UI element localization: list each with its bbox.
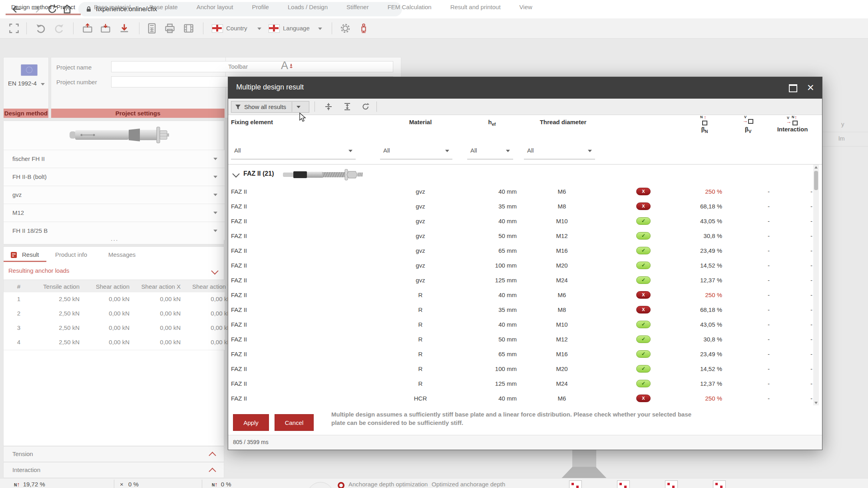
result-row[interactable]: FAZ IIR125 mmM24✓12,37 %-- bbox=[228, 377, 822, 392]
nav-tab-base-material[interactable]: Base material bbox=[94, 0, 131, 15]
open-project-icon[interactable] bbox=[82, 23, 93, 34]
optimized-depth-label[interactable]: Optimized anchorage depth bbox=[432, 481, 505, 488]
mini-table-icon[interactable] bbox=[665, 480, 678, 488]
redo-icon[interactable] bbox=[54, 23, 65, 34]
scroll-up-icon[interactable] bbox=[814, 166, 818, 169]
nav-tab-profile[interactable]: Profile bbox=[252, 0, 269, 15]
result-row[interactable]: FAZ IIgvz35 mmM8X68,18 %-- bbox=[228, 199, 822, 214]
maximize-icon[interactable] bbox=[789, 84, 797, 92]
nav-tab-stiffener[interactable]: Stiffener bbox=[346, 0, 369, 15]
result-row[interactable]: FAZ IIgvz125 mmM24✓12,37 %-- bbox=[228, 273, 822, 288]
cell-thread: M8 bbox=[538, 306, 586, 313]
project-name-input[interactable] bbox=[111, 61, 393, 72]
tab-messages[interactable]: Messages bbox=[108, 251, 135, 258]
undo-icon[interactable] bbox=[35, 23, 46, 34]
status-item: N↑0 % bbox=[212, 481, 231, 488]
result-row[interactable]: FAZ IIR40 mmM6X250 %-- bbox=[228, 288, 822, 303]
design-code-select[interactable]: EN 1992-4 bbox=[4, 80, 49, 87]
result-row[interactable]: FAZ IIR65 mmM16✓23,49 %-- bbox=[228, 347, 822, 362]
close-icon[interactable]: × bbox=[807, 80, 814, 95]
section-interaction[interactable]: Interaction bbox=[3, 462, 224, 478]
cell-beta-n: 14,52 % bbox=[674, 262, 722, 269]
result-row[interactable]: FAZ IIgvz65 mmM16✓23,49 %-- bbox=[228, 244, 822, 259]
cell-fixing-element: FAZ II bbox=[231, 292, 247, 298]
cell-hef: 65 mm bbox=[469, 247, 517, 254]
tab-result[interactable]: Result bbox=[22, 251, 39, 258]
gear-icon[interactable] bbox=[340, 23, 351, 34]
section-tension[interactable]: Tension bbox=[3, 446, 224, 462]
cell-beta-n: 12,37 % bbox=[674, 277, 722, 284]
product-select-fh-ii-b-bolt[interactable]: FH II-B (bolt) bbox=[4, 168, 225, 186]
mini-table-icon[interactable] bbox=[617, 480, 630, 488]
cell-material: gvz bbox=[388, 232, 452, 239]
cell-thread: M8 bbox=[538, 203, 586, 210]
more-handle[interactable]: ... bbox=[111, 235, 118, 242]
design-method-card: EN 1992-4 Design method bbox=[3, 57, 49, 118]
calculator-icon[interactable] bbox=[146, 23, 157, 34]
filter-value: All bbox=[383, 147, 390, 154]
result-row[interactable]: FAZ IIgvz100 mmM20✓14,52 %-- bbox=[228, 258, 822, 274]
nav-tab-view[interactable]: View bbox=[520, 0, 532, 15]
nav-tab-loads-design[interactable]: Loads / Design bbox=[288, 0, 328, 15]
product-select-gvz[interactable]: gvz bbox=[4, 186, 225, 204]
pass-icon: ✓ bbox=[636, 217, 651, 225]
dialog-toolbar: Show all results bbox=[228, 99, 822, 115]
filter-select-1[interactable]: All bbox=[380, 143, 452, 159]
nav-tab-anchor-layout[interactable]: Anchor layout bbox=[197, 0, 233, 15]
scrollbar-thumb[interactable] bbox=[814, 171, 818, 190]
beta-n-icon: N↑ bbox=[699, 115, 711, 125]
text-tool-icon[interactable]: A bbox=[281, 60, 294, 72]
anchor-user-icon[interactable] bbox=[358, 23, 369, 34]
group-row-faz-ii[interactable]: FAZ II (21) bbox=[228, 165, 822, 185]
nav-tab-design-method-project[interactable]: Design method / Project bbox=[11, 0, 75, 15]
expand-rows-icon[interactable] bbox=[343, 103, 352, 111]
cancel-button[interactable]: Cancel bbox=[275, 414, 314, 431]
scrollbar[interactable] bbox=[813, 165, 819, 406]
cell-fixing-element: FAZ II bbox=[231, 262, 247, 269]
product-select-fischer-fh-ii[interactable]: fischer FH II bbox=[4, 150, 225, 168]
result-row[interactable]: FAZ IIgvz40 mmM6X250 %-- bbox=[228, 184, 822, 200]
interaction-icon: VN↑→ bbox=[787, 115, 799, 125]
cell-thread: M16 bbox=[538, 247, 586, 254]
result-row[interactable]: FAZ IIR100 mmM20✓14,52 %-- bbox=[228, 362, 822, 377]
show-all-results-button[interactable]: Show all results bbox=[231, 101, 309, 113]
download-icon[interactable] bbox=[119, 23, 130, 34]
result-row[interactable]: FAZ IIR50 mmM12✓30,8 %-- bbox=[228, 332, 822, 347]
col-beta-n: βN bbox=[693, 126, 717, 134]
result-row[interactable]: FAZ IIHCR40 mmM6X250 %-- bbox=[228, 391, 822, 406]
filter-select-3[interactable]: All bbox=[524, 143, 595, 159]
divider bbox=[114, 480, 114, 488]
table-row: 32,50 kN0,00 kN0,00 kN0,00 kN bbox=[4, 321, 225, 336]
apply-button[interactable]: Apply bbox=[233, 414, 269, 431]
status-circle-icon bbox=[307, 482, 334, 488]
save-project-icon[interactable] bbox=[100, 23, 111, 34]
select-value: gvz bbox=[12, 191, 22, 198]
refresh-icon[interactable] bbox=[361, 103, 370, 111]
cell-beta-n: 68,18 % bbox=[674, 203, 722, 210]
product-select-m12[interactable]: M12 bbox=[4, 204, 225, 222]
nav-tab-fem-calculation[interactable]: FEM Calculation bbox=[388, 0, 432, 15]
filter-select-0[interactable]: All bbox=[231, 143, 356, 159]
tab-product-info[interactable]: Product info bbox=[55, 251, 87, 258]
filter-select-2[interactable]: All bbox=[467, 143, 513, 159]
col-hef: hef bbox=[476, 119, 508, 127]
scroll-down-icon[interactable] bbox=[814, 402, 818, 404]
result-row[interactable]: FAZ IIR40 mmM10✓43,05 %-- bbox=[228, 317, 822, 333]
printer-icon[interactable] bbox=[164, 23, 175, 34]
result-row[interactable]: FAZ IIgvz40 mmM10✓43,05 %-- bbox=[228, 214, 822, 229]
cell-material: gvz bbox=[388, 277, 452, 284]
result-row[interactable]: FAZ IIR35 mmM8X68,18 %-- bbox=[228, 303, 822, 318]
chevron-down-icon bbox=[445, 150, 449, 152]
mini-table-icon[interactable] bbox=[569, 480, 582, 488]
x-icon: × bbox=[120, 481, 125, 488]
anchorage-optimization-label[interactable]: Anchorage depth optimization bbox=[348, 481, 428, 488]
collapse-chevron-icon[interactable] bbox=[211, 267, 218, 274]
group-label: FAZ II (21) bbox=[243, 170, 274, 177]
mini-table-icon[interactable] bbox=[713, 480, 726, 488]
collapse-rows-icon[interactable] bbox=[324, 103, 333, 111]
nav-tab-base-plate[interactable]: Base plate bbox=[149, 0, 178, 15]
result-row[interactable]: FAZ IIgvz50 mmM12✓30,8 %-- bbox=[228, 229, 822, 244]
nav-tab-result-and-printout[interactable]: Result and printout bbox=[450, 0, 501, 15]
video-icon[interactable] bbox=[183, 23, 194, 34]
fullscreen-icon[interactable] bbox=[8, 23, 20, 34]
